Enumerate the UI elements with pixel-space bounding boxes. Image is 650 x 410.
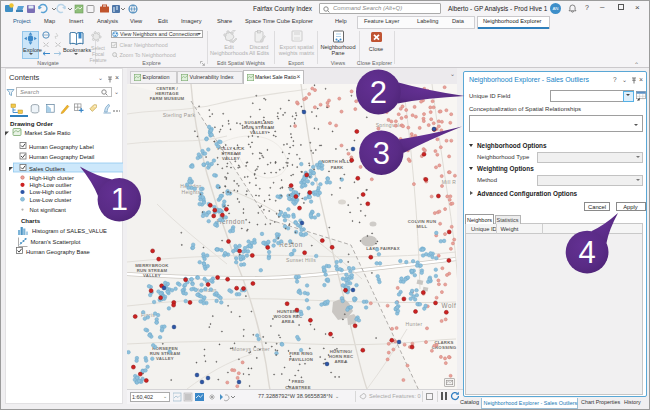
svg-text:Moneys Corner: Moneys Corner [232, 346, 270, 352]
svg-text:PAVILLION: PAVILLION [289, 357, 313, 362]
svg-text:FARM MUSEUM: FARM MUSEUM [150, 96, 185, 101]
svg-text:PARK: PARK [331, 165, 344, 170]
svg-text:High-High cluster: High-High cluster [30, 175, 75, 181]
svg-text:Low-Low cluster: Low-Low cluster [30, 197, 72, 203]
svg-text:Market Sale Ratio: Market Sale Ratio [25, 130, 71, 136]
svg-text:Human Geography Label: Human Geography Label [29, 144, 94, 150]
svg-text:Mill R: Mill R [442, 179, 456, 185]
svg-text:MILL: MILL [417, 224, 428, 229]
svg-text:Not significant: Not significant [30, 207, 67, 213]
svg-text:VALLEY: VALLEY [143, 273, 161, 278]
svg-text:LAKE FAIRFAX: LAKE FAIRFAX [366, 246, 399, 251]
svg-text:Hunter: Hunter [406, 321, 423, 327]
svg-text:Moran's Scatterplot: Moran's Scatterplot [31, 239, 81, 245]
svg-text:VALLEY: VALLEY [156, 356, 174, 361]
svg-text:Histogram of SALES_VALUE: Histogram of SALES_VALUE [32, 228, 107, 234]
svg-text:High-Low outlier: High-Low outlier [30, 182, 72, 188]
svg-text:Charts: Charts [21, 218, 41, 224]
svg-text:AREA: AREA [335, 359, 348, 364]
svg-text:Sales Outliers: Sales Outliers [29, 166, 65, 172]
svg-text:Human Geography Base: Human Geography Base [26, 249, 90, 255]
svg-text:Low-High outlier: Low-High outlier [30, 189, 72, 195]
svg-text:FRED: FRED [292, 379, 305, 384]
svg-text:Human Geography Detail: Human Geography Detail [29, 154, 94, 160]
svg-text:Sterling Park: Sterling Park [163, 112, 196, 118]
svg-text:AREA: AREA [282, 319, 295, 324]
svg-text:Wolf: Wolf [442, 302, 457, 309]
svg-text:VALLEY: VALLEY [222, 156, 240, 161]
svg-text:Sunset Hills: Sunset Hills [286, 257, 316, 263]
svg-text:Springvale: Springvale [376, 122, 403, 128]
svg-text:NORTH HILLS: NORTH HILLS [321, 159, 352, 164]
